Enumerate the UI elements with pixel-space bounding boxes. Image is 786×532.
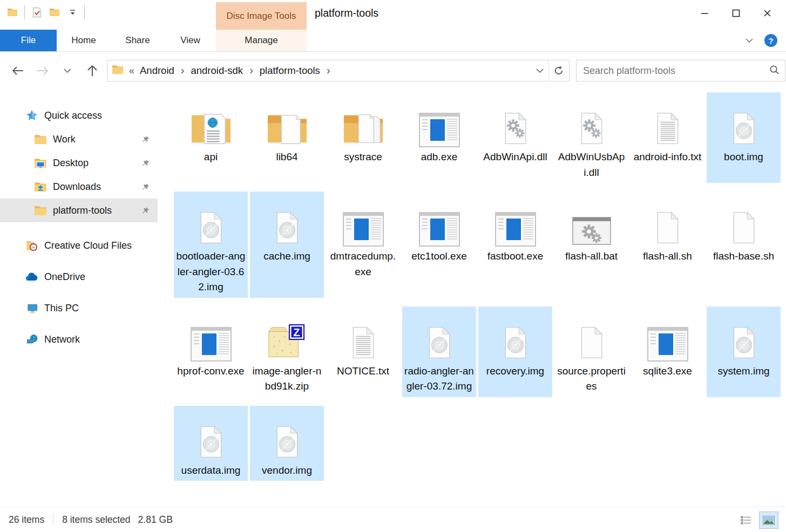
- sidebar-item-label: Downloads: [53, 181, 101, 193]
- file-item[interactable]: flash-all.sh: [631, 192, 704, 298]
- recent-locations-chevron-icon[interactable]: [60, 64, 74, 78]
- sidebar-item-quick-access[interactable]: Quick access: [0, 104, 158, 127]
- tab-view[interactable]: View: [165, 30, 216, 51]
- up-button[interactable]: [85, 64, 99, 78]
- close-button[interactable]: [751, 2, 783, 24]
- file-item[interactable]: lib64: [250, 92, 324, 183]
- minimize-button[interactable]: [689, 2, 720, 24]
- creative-cloud-folder-icon: ∞: [25, 240, 39, 251]
- up-arrow-icon: [87, 64, 98, 77]
- file-name-label: flash-base.sh: [707, 248, 781, 267]
- contextual-tab-group-header[interactable]: Disc Image Tools: [216, 2, 307, 30]
- status-separator: [53, 514, 53, 525]
- forward-arrow-icon: [36, 66, 49, 76]
- file-name-label: adb.exe: [402, 148, 476, 168]
- selection-size: 2.81 GB: [138, 514, 173, 526]
- breadcrumb-item[interactable]: android-sdk: [189, 65, 244, 77]
- tab-home[interactable]: Home: [57, 30, 111, 51]
- disc-image-file-icon: [402, 313, 476, 363]
- sidebar-item-work[interactable]: Work: [0, 127, 158, 151]
- file-item[interactable]: system.img: [707, 306, 781, 397]
- qat-folder-icon[interactable]: [6, 6, 18, 18]
- qat-properties-icon[interactable]: [31, 6, 43, 18]
- file-item[interactable]: adb.exe: [402, 92, 476, 183]
- forward-button[interactable]: [36, 64, 50, 78]
- address-dropdown-chevron-icon[interactable]: [536, 66, 544, 76]
- breadcrumb-chevron-icon[interactable]: ›: [327, 64, 330, 77]
- sidebar-item-network[interactable]: Network: [0, 324, 158, 355]
- sidebar-item-label: Desktop: [53, 158, 89, 169]
- file-icon: [707, 198, 781, 248]
- folder-with-docs-icon: [326, 99, 400, 148]
- file-item[interactable]: android-info.txt: [631, 92, 704, 183]
- title-bar: Disc Image Tools platform-tools: [0, 0, 786, 30]
- breadcrumb-item[interactable]: platform-tools: [259, 65, 321, 77]
- breadcrumb: Android›android-sdk›platform-tools›: [139, 65, 336, 77]
- breadcrumb-overflow[interactable]: «: [129, 65, 134, 77]
- tab-file[interactable]: File: [0, 30, 57, 51]
- file-item[interactable]: flash-all.bat: [554, 192, 628, 298]
- file-item[interactable]: bootloader-angler-angler-03.62.img: [174, 192, 248, 298]
- file-name-label: android-info.txt: [631, 148, 704, 168]
- folder-icon: [33, 133, 48, 145]
- pin-icon[interactable]: [141, 206, 150, 215]
- maximize-button[interactable]: [720, 2, 751, 24]
- disc-image-file-icon: [250, 198, 324, 248]
- disc-image-file-icon: [174, 198, 248, 248]
- sidebar-item-creative-cloud-files[interactable]: ∞Creative Cloud Files: [0, 230, 158, 261]
- file-item[interactable]: cache.img: [250, 192, 324, 298]
- breadcrumb-item[interactable]: Android: [139, 65, 175, 77]
- file-item[interactable]: NOTICE.txt: [326, 306, 400, 397]
- sidebar-item-onedrive[interactable]: OneDrive: [0, 261, 158, 292]
- file-item[interactable]: AdbWinApi.dll: [478, 92, 552, 183]
- file-item[interactable]: Zimage-angler-nbd91k.zip: [250, 306, 324, 397]
- navigation-pane: Quick accessWorkDesktopDownloadsplatform…: [0, 90, 158, 507]
- file-item[interactable]: boot.img: [707, 92, 781, 183]
- file-item[interactable]: userdata.img: [174, 406, 248, 481]
- pin-icon[interactable]: [141, 159, 150, 167]
- pin-icon[interactable]: [141, 135, 150, 144]
- sidebar-item-this-pc[interactable]: This PC: [0, 292, 158, 324]
- collapse-ribbon-chevron-icon[interactable]: [745, 36, 754, 45]
- sidebar-item-downloads[interactable]: Downloads: [0, 175, 158, 199]
- back-button[interactable]: [11, 64, 25, 78]
- file-item[interactable]: radio-angler-angler-03.72.img: [402, 306, 476, 397]
- file-item[interactable]: flash-base.sh: [707, 192, 781, 298]
- file-item[interactable]: source.properties: [554, 306, 628, 397]
- dll-file-icon: [478, 99, 552, 148]
- qat-new-folder-icon[interactable]: [49, 6, 60, 18]
- svg-text:Z: Z: [293, 326, 300, 338]
- details-view-icon: [741, 516, 751, 524]
- search-box: [576, 60, 785, 81]
- file-name-label: lib64: [250, 148, 324, 168]
- downloads-folder-icon: [33, 181, 48, 193]
- details-view-button[interactable]: [736, 511, 756, 529]
- file-item[interactable]: fastboot.exe: [478, 192, 552, 298]
- file-item[interactable]: etc1tool.exe: [402, 192, 476, 298]
- pin-icon[interactable]: [141, 182, 150, 191]
- sidebar-item-platform-tools[interactable]: platform-tools: [0, 199, 158, 222]
- file-name-label: bootloader-angler-angler-03.62.img: [174, 248, 248, 298]
- file-item[interactable]: vendor.img: [250, 406, 324, 481]
- file-item[interactable]: sqlite3.exe: [631, 306, 704, 397]
- tab-manage[interactable]: Manage: [216, 30, 307, 51]
- thumbnails-view-button[interactable]: [759, 511, 778, 529]
- help-button[interactable]: ?: [764, 34, 777, 47]
- file-item[interactable]: recovery.img: [478, 306, 552, 397]
- address-bar[interactable]: « Android›android-sdk›platform-tools›: [107, 60, 548, 81]
- search-input[interactable]: [582, 65, 769, 77]
- file-item[interactable]: api: [174, 92, 248, 183]
- tab-share[interactable]: Share: [111, 30, 165, 51]
- sidebar-item-desktop[interactable]: Desktop: [0, 151, 158, 175]
- address-folder-icon: [112, 65, 124, 77]
- quick-access-star-icon: [25, 110, 39, 121]
- breadcrumb-chevron-icon[interactable]: ›: [249, 64, 253, 77]
- qat-customize-chevron-icon[interactable]: [66, 6, 78, 18]
- file-item[interactable]: systrace: [326, 92, 400, 183]
- breadcrumb-chevron-icon[interactable]: ›: [181, 64, 185, 77]
- file-item[interactable]: hprof-conv.exe: [174, 306, 248, 397]
- search-icon[interactable]: [769, 65, 780, 77]
- file-item[interactable]: dmtracedump.exe: [326, 192, 400, 298]
- file-item[interactable]: AdbWinUsbApi.dll: [554, 92, 628, 183]
- refresh-button[interactable]: [548, 60, 570, 81]
